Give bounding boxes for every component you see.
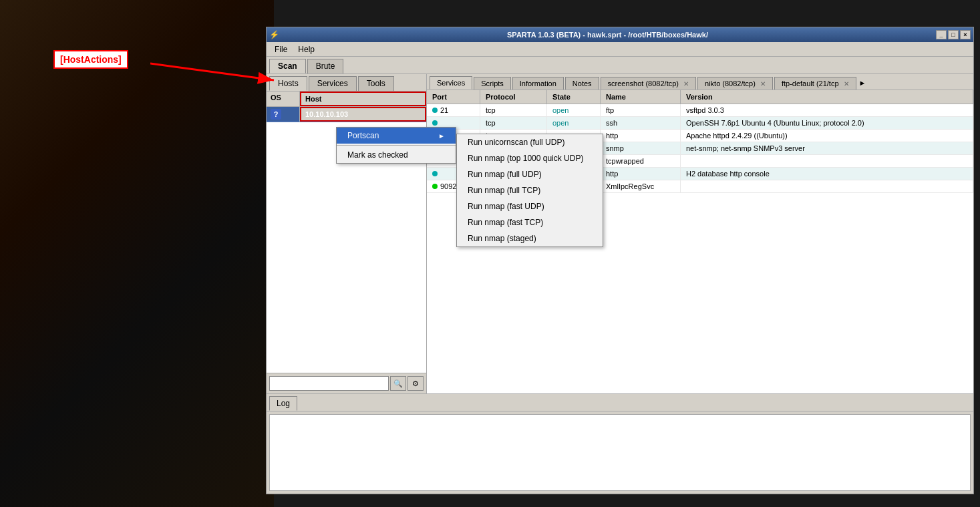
name-cell: XmlIpcRegSvc [601,180,681,192]
status-dot [432,184,438,189]
tab-brute[interactable]: Brute [307,59,344,73]
psub-unicornscan-full-udp[interactable]: Run unicornscan (full UDP) [457,134,603,150]
tab-ftp-default[interactable]: ftp-default (21/tcp ✕ [774,77,856,90]
table-row[interactable]: 21 tcp open ftp vsftpd 3.0.3 [427,104,973,117]
host-actions-annotation: [HostActions] [53,50,128,69]
name-cell: http [601,168,681,180]
background [0,0,274,507]
protocol-cell: tcp [480,117,547,129]
search-input[interactable] [269,376,389,391]
log-panel: Log [267,393,973,494]
protocol-cell: tcp [480,104,547,116]
name-cell: ftp [601,104,681,116]
window-icon: ⚡ [269,30,279,39]
port-cell: 21 [427,104,480,116]
version-cell: vsftpd 3.0.3 [681,104,973,116]
psub-nmap-fast-tcp[interactable]: Run nmap (fast TCP) [457,214,603,230]
settings-button[interactable]: ⚙ [407,376,424,391]
col-state: State [547,90,601,104]
host-address: 10.10.10.103 [300,107,426,122]
status-dot [432,120,438,126]
status-dot [432,108,438,113]
psub-nmap-fast-udp[interactable]: Run nmap (fast UDP) [457,198,603,214]
psub-nmap-top1000-udp[interactable]: Run nmap (top 1000 quick UDP) [457,150,603,166]
tab-information[interactable]: Information [512,77,564,90]
tab-nikto[interactable]: nikto (8082/tcp) ✕ [697,77,773,90]
host-table-header: OS Host [267,92,426,107]
ctx-submenu-arrow: ► [438,132,445,140]
services-table-header: Port Protocol State Name Version [427,90,973,104]
table-row[interactable]: tcp open ssh OpenSSH 7.6p1 Ubuntu 4 (Ubu… [427,117,973,130]
version-cell: H2 database http console [681,168,973,180]
top-tab-bar: Scan Brute [267,57,973,74]
maximize-button[interactable]: □ [948,30,959,39]
tab-tools[interactable]: Tools [358,76,394,91]
name-cell: ssh [601,117,681,129]
col-port: Port [427,90,480,104]
search-button[interactable]: 🔍 [390,376,406,391]
name-cell: http [601,130,681,142]
menu-help[interactable]: Help [293,43,320,55]
version-cell: Apache httpd 2.4.29 ((Ubuntu)) [681,130,973,142]
host-row[interactable]: ? 10.10.10.103 [267,107,426,122]
psub-nmap-staged[interactable]: Run nmap (staged) [457,230,603,246]
menu-bar: File Help [267,42,973,57]
close-button[interactable]: × [960,30,971,39]
tab-right-services[interactable]: Services [430,76,472,90]
ctx-separator [337,145,456,146]
name-cell: snmp [601,142,681,154]
state-cell: open [547,104,601,116]
context-menu: Portscan ► Mark as checked [336,127,456,164]
col-os: OS [267,92,300,106]
name-cell: tcpwrapped [601,155,681,167]
tab-notes[interactable]: Notes [565,77,599,90]
tab-services[interactable]: Services [309,76,357,91]
window-controls: _ □ × [936,30,971,39]
host-os-icon: ? [267,107,300,122]
col-host: Host [300,92,426,106]
status-dot [432,171,438,176]
version-cell [681,155,973,167]
tab-log[interactable]: Log [269,396,297,411]
portscan-submenu: Run unicornscan (full UDP) Run nmap (top… [456,134,603,247]
version-cell: net-snmp; net-snmp SNMPv3 server [681,142,973,154]
main-window: ⚡ SPARTA 1.0.3 (BETA) - hawk.sprt - /roo… [266,27,974,494]
state-cell: open [547,117,601,129]
tab-screenshot[interactable]: screenshot (8082/tcp) ✕ [601,77,696,90]
col-protocol: Protocol [480,90,547,104]
ctx-mark-checked[interactable]: Mark as checked [337,147,456,163]
left-panel: Hosts Services Tools OS Host ? 10.10.10.… [267,74,427,393]
log-tab-bar: Log [267,394,973,411]
close-nikto-tab[interactable]: ✕ [760,80,766,88]
ctx-portscan[interactable]: Portscan ► [337,128,456,144]
content-area: Hosts Services Tools OS Host ? 10.10.10.… [267,74,973,393]
search-bar: 🔍 ⚙ [267,373,426,393]
left-tab-bar: Hosts Services Tools [267,74,426,92]
tab-scripts[interactable]: Scripts [474,77,511,90]
close-screenshot-tab[interactable]: ✕ [683,80,689,88]
log-content [269,414,971,491]
tab-scroll-arrow[interactable]: ► [859,79,866,87]
title-bar: ⚡ SPARTA 1.0.3 (BETA) - hawk.sprt - /roo… [267,27,973,42]
right-tab-bar: Services Scripts Information Notes scree… [427,74,973,90]
minimize-button[interactable]: _ [936,30,947,39]
tab-hosts[interactable]: Hosts [269,76,307,91]
version-cell: OpenSSH 7.6p1 Ubuntu 4 (Ubuntu Linux; pr… [681,117,973,129]
close-ftp-tab[interactable]: ✕ [844,80,849,88]
psub-nmap-full-tcp[interactable]: Run nmap (full TCP) [457,182,603,198]
window-title: SPARTA 1.0.3 (BETA) - hawk.sprt - /root/… [507,31,708,39]
version-cell [681,180,973,192]
col-version: Version [681,90,973,104]
tab-scan[interactable]: Scan [269,59,306,73]
col-name: Name [601,90,681,104]
menu-file[interactable]: File [269,43,293,55]
psub-nmap-full-udp[interactable]: Run nmap (full UDP) [457,166,603,182]
